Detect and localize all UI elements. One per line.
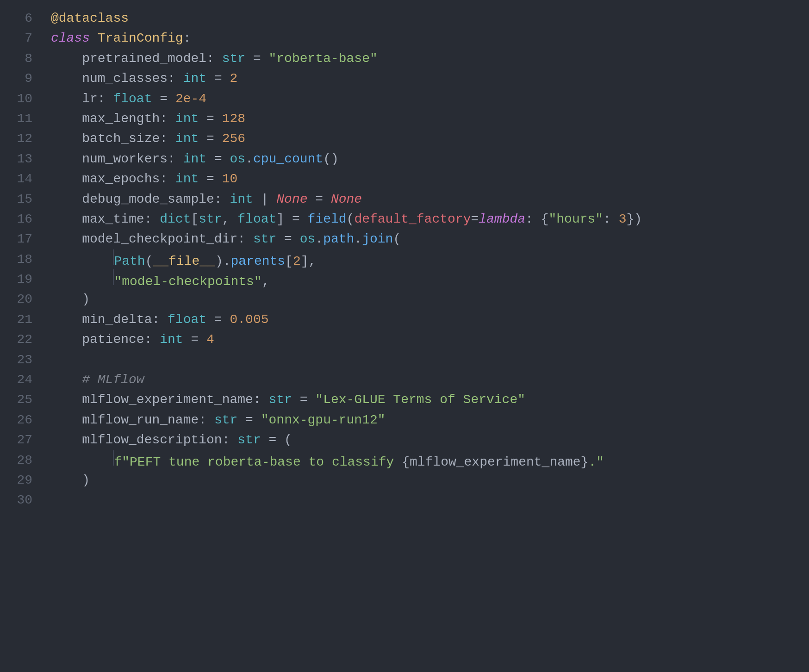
code-line-30: [51, 490, 800, 510]
code-line-11: max_length : int = 128: [51, 109, 800, 129]
line-num-10: 10: [9, 89, 32, 109]
code-line-12: batch_size : int = 256: [51, 129, 800, 149]
code-line-23: [51, 350, 800, 370]
code-line-9: num_classes : int = 2: [51, 68, 800, 88]
line-num-15: 15: [9, 189, 32, 209]
code-line-6: @dataclass: [51, 8, 800, 28]
line-number-gutter: 6 7 8 9 10 11 12 13 14 15 16 17 18 19 20…: [0, 5, 42, 667]
code-line-25: mlflow_experiment_name : str = "Lex-GLUE…: [51, 390, 800, 410]
code-line-13: num_workers : int = os . cpu_count (): [51, 149, 800, 169]
code-line-18: Path ( __file__ ). parents [ 2 ],: [51, 249, 800, 269]
line-num-22: 22: [9, 330, 32, 349]
line-num-25: 25: [9, 390, 32, 410]
line-num-24: 24: [9, 370, 32, 390]
line-num-9: 9: [9, 68, 32, 88]
line-num-28: 28: [9, 450, 32, 470]
code-editor: 6 7 8 9 10 11 12 13 14 15 16 17 18 19 20…: [0, 0, 809, 672]
line-num-23: 23: [9, 350, 32, 370]
line-num-20: 20: [9, 289, 32, 309]
line-num-30: 30: [9, 490, 32, 510]
code-line-22: patience : int = 4: [51, 330, 800, 349]
code-line-24: # MLflow: [51, 370, 800, 390]
code-line-15: debug_mode_sample : int | None = None: [51, 189, 800, 209]
line-num-16: 16: [9, 209, 32, 229]
line-num-17: 17: [9, 229, 32, 249]
code-line-7: class TrainConfig :: [51, 28, 800, 48]
line-num-19: 19: [9, 269, 32, 289]
code-line-20: ): [51, 289, 800, 309]
code-line-29: ): [51, 470, 800, 490]
code-line-17: model_checkpoint_dir : str = os . path .…: [51, 229, 800, 249]
line-num-26: 26: [9, 410, 32, 430]
code-line-10: lr : float = 2e-4: [51, 89, 800, 109]
class-name-token: TrainConfig: [98, 28, 183, 48]
line-num-6: 6: [9, 8, 32, 28]
line-num-7: 7: [9, 28, 32, 48]
line-num-21: 21: [9, 310, 32, 330]
comment-mlflow: # MLflow: [51, 370, 144, 390]
code-line-27: mlflow_description : str = (: [51, 430, 800, 450]
code-line-8: pretrained_model : str = "roberta-base": [51, 49, 800, 68]
code-line-19: "model-checkpoints" ,: [51, 269, 800, 289]
line-num-14: 14: [9, 169, 32, 189]
line-num-11: 11: [9, 109, 32, 129]
code-line-28: f"PEFT tune roberta-base to classify { m…: [51, 450, 800, 470]
decorator-token: @dataclass: [51, 8, 129, 28]
code-line-16: max_time : dict [ str , float ] = field …: [51, 209, 800, 229]
code-line-21: min_delta : float = 0.005: [51, 310, 800, 330]
line-num-8: 8: [9, 49, 32, 68]
line-num-27: 27: [9, 430, 32, 450]
line-num-13: 13: [9, 149, 32, 169]
line-num-18: 18: [9, 249, 32, 269]
line-num-12: 12: [9, 129, 32, 149]
code-line-14: max_epochs : int = 10: [51, 169, 800, 189]
code-line-26: mlflow_run_name : str = "onnx-gpu-run12": [51, 410, 800, 430]
code-body: @dataclass class TrainConfig : pretraine…: [42, 5, 809, 667]
class-keyword: class: [51, 28, 90, 48]
line-num-29: 29: [9, 470, 32, 490]
